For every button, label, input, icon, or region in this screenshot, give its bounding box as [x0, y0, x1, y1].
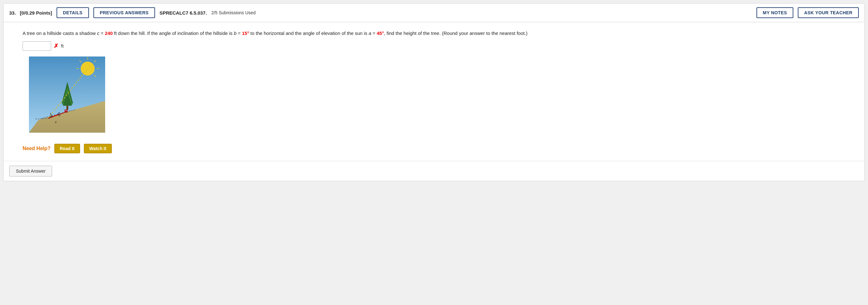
previous-answers-button[interactable]: PREVIOUS ANSWERS — [93, 7, 155, 18]
answer-error-icon: ✗ — [54, 42, 58, 49]
submissions-used: 2/5 Submissions Used — [211, 10, 255, 15]
watch-it-button[interactable]: Watch It — [84, 144, 112, 153]
answer-input[interactable] — [23, 41, 51, 51]
read-it-button[interactable]: Read It — [54, 144, 80, 153]
problem-text: A tree on a hillside casts a shadow c = … — [23, 29, 855, 37]
hillside-illustration: a b c — [29, 57, 855, 134]
svg-text:a: a — [50, 114, 52, 118]
svg-text:c: c — [55, 120, 57, 124]
ask-teacher-button[interactable]: ASK YOUR TEACHER — [798, 7, 859, 18]
details-button[interactable]: DETAILS — [57, 7, 89, 18]
submit-answer-button[interactable]: Submit Answer — [9, 166, 52, 176]
problem-code: SPRECALC7 6.5.037. — [159, 10, 207, 15]
question-number: 33. [0/0.29 Points] — [9, 10, 52, 15]
need-help-label: Need Help? — [23, 146, 51, 151]
unit-label: ft — [61, 43, 64, 48]
my-notes-button[interactable]: MY NOTES — [756, 7, 793, 18]
